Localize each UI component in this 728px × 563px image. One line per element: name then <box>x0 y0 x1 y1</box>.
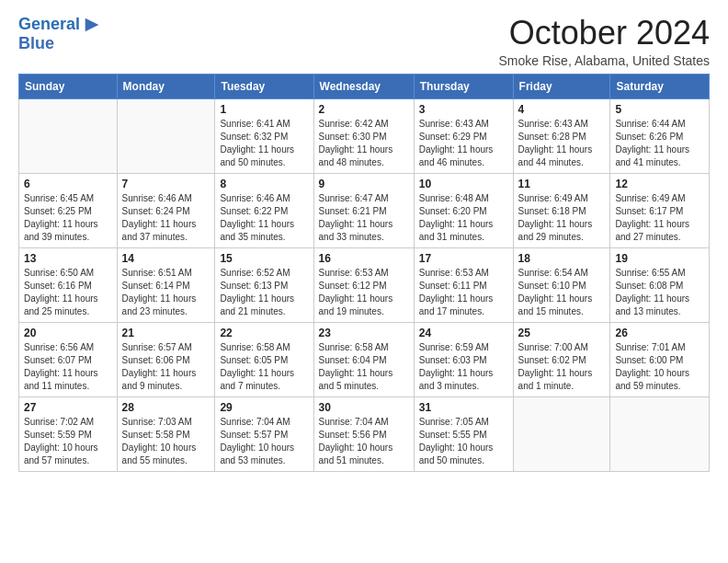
week-row-2: 6Sunrise: 6:45 AM Sunset: 6:25 PM Daylig… <box>19 173 710 247</box>
day-number: 17 <box>419 252 508 265</box>
day-info: Sunrise: 6:58 AM Sunset: 6:04 PM Dayligh… <box>319 341 409 393</box>
day-info: Sunrise: 6:58 AM Sunset: 6:05 PM Dayligh… <box>220 341 308 393</box>
calendar-cell: 11Sunrise: 6:49 AM Sunset: 6:18 PM Dayli… <box>513 173 610 247</box>
day-info: Sunrise: 6:57 AM Sunset: 6:06 PM Dayligh… <box>122 341 210 393</box>
day-number: 30 <box>319 401 409 414</box>
calendar-cell: 4Sunrise: 6:43 AM Sunset: 6:28 PM Daylig… <box>513 98 610 173</box>
day-number: 21 <box>122 327 210 339</box>
day-info: Sunrise: 6:44 AM Sunset: 6:26 PM Dayligh… <box>615 118 704 169</box>
calendar-cell: 21Sunrise: 6:57 AM Sunset: 6:06 PM Dayli… <box>117 322 215 396</box>
calendar-cell: 5Sunrise: 6:44 AM Sunset: 6:26 PM Daylig… <box>610 98 710 173</box>
week-row-4: 20Sunrise: 6:56 AM Sunset: 6:07 PM Dayli… <box>19 322 710 396</box>
calendar-cell <box>513 396 610 471</box>
day-number: 25 <box>518 327 606 339</box>
day-number: 14 <box>122 252 210 265</box>
day-number: 28 <box>122 401 210 414</box>
calendar-cell: 30Sunrise: 7:04 AM Sunset: 5:56 PM Dayli… <box>313 396 414 471</box>
day-number: 10 <box>419 178 508 190</box>
day-info: Sunrise: 6:43 AM Sunset: 6:29 PM Dayligh… <box>419 118 508 169</box>
logo: General Blue <box>18 15 102 53</box>
month-title: October 2024 <box>498 15 710 52</box>
calendar-cell: 18Sunrise: 6:54 AM Sunset: 6:10 PM Dayli… <box>513 247 610 322</box>
calendar-cell: 28Sunrise: 7:03 AM Sunset: 5:58 PM Dayli… <box>117 396 215 471</box>
logo-icon <box>82 15 102 35</box>
day-number: 20 <box>24 327 112 339</box>
day-info: Sunrise: 6:59 AM Sunset: 6:03 PM Dayligh… <box>419 341 508 393</box>
day-number: 1 <box>220 103 308 116</box>
title-block: October 2024 Smoke Rise, Alabama, United… <box>498 15 710 68</box>
day-number: 19 <box>615 252 704 265</box>
day-number: 12 <box>615 178 704 190</box>
calendar-cell <box>117 98 215 173</box>
week-row-1: 1Sunrise: 6:41 AM Sunset: 6:32 PM Daylig… <box>19 98 710 173</box>
day-number: 27 <box>24 401 112 414</box>
day-number: 8 <box>220 178 308 190</box>
calendar-cell <box>19 98 118 173</box>
calendar-cell: 7Sunrise: 6:46 AM Sunset: 6:24 PM Daylig… <box>117 173 215 247</box>
day-number: 13 <box>24 252 112 265</box>
day-info: Sunrise: 6:54 AM Sunset: 6:10 PM Dayligh… <box>518 267 606 318</box>
calendar-cell: 22Sunrise: 6:58 AM Sunset: 6:05 PM Dayli… <box>215 322 313 396</box>
calendar-cell: 8Sunrise: 6:46 AM Sunset: 6:22 PM Daylig… <box>215 173 313 247</box>
calendar-cell: 2Sunrise: 6:42 AM Sunset: 6:30 PM Daylig… <box>313 98 414 173</box>
day-info: Sunrise: 6:53 AM Sunset: 6:12 PM Dayligh… <box>319 267 409 318</box>
day-info: Sunrise: 7:04 AM Sunset: 5:56 PM Dayligh… <box>319 416 409 467</box>
day-info: Sunrise: 7:02 AM Sunset: 5:59 PM Dayligh… <box>24 416 112 467</box>
day-info: Sunrise: 6:46 AM Sunset: 6:22 PM Dayligh… <box>220 192 308 244</box>
calendar-cell: 16Sunrise: 6:53 AM Sunset: 6:12 PM Dayli… <box>313 247 414 322</box>
day-number: 16 <box>319 252 409 265</box>
day-number: 9 <box>319 178 409 190</box>
day-info: Sunrise: 7:05 AM Sunset: 5:55 PM Dayligh… <box>419 416 508 467</box>
day-info: Sunrise: 6:50 AM Sunset: 6:16 PM Dayligh… <box>24 267 112 318</box>
day-number: 2 <box>319 103 409 116</box>
week-row-3: 13Sunrise: 6:50 AM Sunset: 6:16 PM Dayli… <box>19 247 710 322</box>
day-info: Sunrise: 6:51 AM Sunset: 6:14 PM Dayligh… <box>122 267 210 318</box>
day-number: 18 <box>518 252 606 265</box>
calendar-cell: 24Sunrise: 6:59 AM Sunset: 6:03 PM Dayli… <box>414 322 513 396</box>
day-info: Sunrise: 7:00 AM Sunset: 6:02 PM Dayligh… <box>518 341 606 393</box>
day-info: Sunrise: 7:04 AM Sunset: 5:57 PM Dayligh… <box>220 416 308 467</box>
logo-text-blue: Blue <box>18 35 102 53</box>
calendar-cell <box>610 396 710 471</box>
day-info: Sunrise: 6:49 AM Sunset: 6:18 PM Dayligh… <box>518 192 606 244</box>
day-info: Sunrise: 6:45 AM Sunset: 6:25 PM Dayligh… <box>24 192 112 244</box>
calendar-cell: 6Sunrise: 6:45 AM Sunset: 6:25 PM Daylig… <box>19 173 118 247</box>
day-number: 3 <box>419 103 508 116</box>
day-number: 5 <box>615 103 704 116</box>
day-info: Sunrise: 7:01 AM Sunset: 6:00 PM Dayligh… <box>615 341 704 393</box>
calendar-cell: 12Sunrise: 6:49 AM Sunset: 6:17 PM Dayli… <box>610 173 710 247</box>
day-info: Sunrise: 6:43 AM Sunset: 6:28 PM Dayligh… <box>518 118 606 169</box>
weekday-header-wednesday: Wednesday <box>313 74 414 98</box>
day-number: 7 <box>122 178 210 190</box>
day-number: 6 <box>24 178 112 190</box>
day-info: Sunrise: 6:49 AM Sunset: 6:17 PM Dayligh… <box>615 192 704 244</box>
calendar-cell: 26Sunrise: 7:01 AM Sunset: 6:00 PM Dayli… <box>610 322 710 396</box>
day-number: 31 <box>419 401 508 414</box>
day-number: 24 <box>419 327 508 339</box>
calendar-cell: 19Sunrise: 6:55 AM Sunset: 6:08 PM Dayli… <box>610 247 710 322</box>
day-number: 15 <box>220 252 308 265</box>
day-info: Sunrise: 6:48 AM Sunset: 6:20 PM Dayligh… <box>419 192 508 244</box>
day-number: 4 <box>518 103 606 116</box>
logo-text-general: General <box>18 16 80 34</box>
day-info: Sunrise: 6:56 AM Sunset: 6:07 PM Dayligh… <box>24 341 112 393</box>
day-number: 23 <box>319 327 409 339</box>
weekday-header-monday: Monday <box>117 74 215 98</box>
calendar-cell: 10Sunrise: 6:48 AM Sunset: 6:20 PM Dayli… <box>414 173 513 247</box>
day-info: Sunrise: 7:03 AM Sunset: 5:58 PM Dayligh… <box>122 416 210 467</box>
calendar-cell: 13Sunrise: 6:50 AM Sunset: 6:16 PM Dayli… <box>19 247 118 322</box>
day-number: 11 <box>518 178 606 190</box>
calendar-cell: 25Sunrise: 7:00 AM Sunset: 6:02 PM Dayli… <box>513 322 610 396</box>
day-info: Sunrise: 6:46 AM Sunset: 6:24 PM Dayligh… <box>122 192 210 244</box>
day-number: 26 <box>615 327 704 339</box>
header: General Blue October 2024 Smoke Rise, Al… <box>18 15 710 68</box>
day-info: Sunrise: 6:55 AM Sunset: 6:08 PM Dayligh… <box>615 267 704 318</box>
weekday-header-saturday: Saturday <box>610 74 710 98</box>
day-info: Sunrise: 6:53 AM Sunset: 6:11 PM Dayligh… <box>419 267 508 318</box>
day-info: Sunrise: 6:42 AM Sunset: 6:30 PM Dayligh… <box>319 118 409 169</box>
weekday-header-tuesday: Tuesday <box>215 74 313 98</box>
day-info: Sunrise: 6:41 AM Sunset: 6:32 PM Dayligh… <box>220 118 308 169</box>
calendar-cell: 15Sunrise: 6:52 AM Sunset: 6:13 PM Dayli… <box>215 247 313 322</box>
weekday-header-friday: Friday <box>513 74 610 98</box>
weekday-header-sunday: Sunday <box>19 74 118 98</box>
